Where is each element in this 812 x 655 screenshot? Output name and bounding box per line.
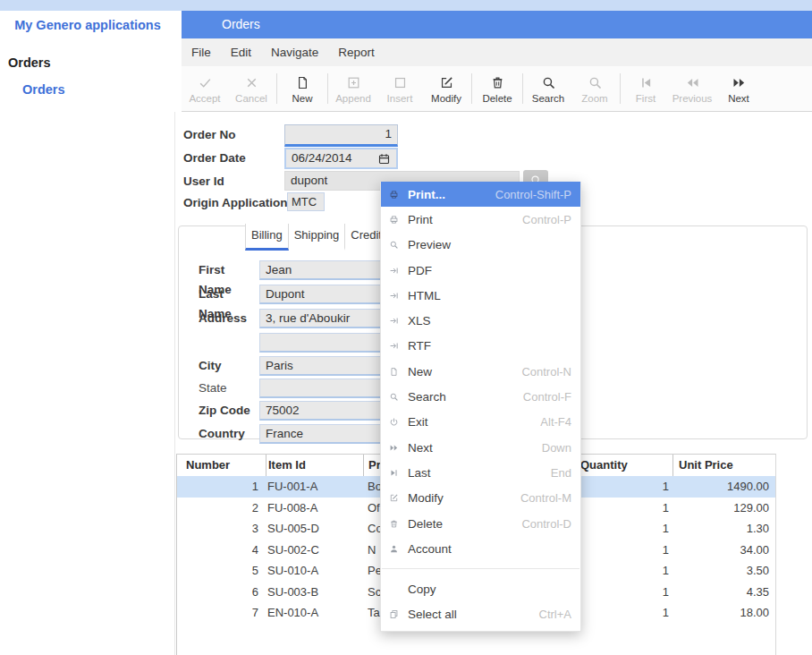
applications-panel-title: My Genero applications bbox=[0, 18, 175, 32]
context-menu-item-exit[interactable]: ExitAlt-F4 bbox=[381, 410, 580, 435]
new-page-icon bbox=[389, 367, 399, 377]
export-icon bbox=[389, 266, 399, 276]
cell-unit-price: 1.30 bbox=[672, 518, 775, 540]
menu-report[interactable]: Report bbox=[328, 38, 385, 66]
context-menu-item-xls[interactable]: XLS bbox=[381, 308, 580, 333]
column-header-unit-price[interactable]: Unit Price bbox=[672, 455, 775, 476]
order-date-field[interactable]: 06/24/2014 bbox=[284, 148, 398, 169]
cell-number: 2 bbox=[177, 498, 266, 519]
context-menu-item-search[interactable]: SearchControl-F bbox=[381, 384, 580, 409]
menu-edit[interactable]: Edit bbox=[221, 38, 261, 66]
context-menu-item-html[interactable]: HTML bbox=[381, 283, 580, 308]
cell-number: 3 bbox=[177, 518, 266, 540]
toolbar-button-label: Next bbox=[728, 93, 749, 104]
cell-unit-price: 129.00 bbox=[672, 498, 775, 519]
cell-item-id: SU-002-C bbox=[266, 540, 363, 561]
zoom-magnifier-icon bbox=[588, 75, 603, 90]
context-menu-item-print[interactable]: Print...Control-Shift-P bbox=[381, 182, 580, 207]
context-menu-item-shortcut: Control-Shift-P bbox=[495, 188, 571, 201]
modify-button[interactable]: Modify bbox=[423, 73, 469, 104]
context-menu-item-label: XLS bbox=[408, 314, 431, 328]
context-menu-item-label: RTF bbox=[408, 339, 431, 353]
context-menu-separator bbox=[382, 568, 579, 569]
context-menu-item-shortcut: End bbox=[551, 466, 571, 480]
context-menu-item-shortcut: Alt-F4 bbox=[540, 415, 571, 429]
context-menu-item-preview[interactable]: Preview bbox=[381, 233, 580, 258]
context-menu-icon-slot bbox=[389, 443, 402, 453]
context-menu-icon-slot bbox=[389, 544, 402, 554]
accept-check-icon bbox=[198, 75, 213, 90]
cell-number: 4 bbox=[177, 540, 266, 561]
origin-application-field[interactable]: MTC bbox=[287, 192, 325, 211]
context-menu-item-account[interactable]: Account bbox=[381, 536, 580, 561]
cell-quantity: 1 bbox=[572, 476, 672, 498]
toolbar-button-label: Zoom bbox=[581, 93, 607, 104]
context-menu-item-shortcut: Control-F bbox=[523, 390, 571, 404]
context-menu-item-pdf[interactable]: PDF bbox=[381, 258, 580, 283]
state-label: State bbox=[199, 379, 256, 398]
toolbar: AcceptCancelNewAppendInsertModifyDeleteS… bbox=[182, 66, 812, 112]
context-menu-item-label: Account bbox=[408, 542, 452, 556]
context-menu-item-label: Preview bbox=[408, 238, 451, 251]
column-header-quantity[interactable]: Quantity bbox=[572, 455, 672, 476]
context-menu-item-delete[interactable]: DeleteControl-D bbox=[381, 511, 580, 536]
context-menu-item-last[interactable]: LastEnd bbox=[381, 460, 580, 485]
context-menu-icon-slot bbox=[389, 367, 402, 377]
accept-button: Accept bbox=[182, 73, 228, 104]
tab-billing[interactable]: Billing bbox=[245, 224, 289, 251]
context-menu-item-modify[interactable]: ModifyControl-M bbox=[381, 486, 580, 511]
first-icon bbox=[639, 75, 654, 90]
search-button[interactable]: Search bbox=[525, 73, 571, 104]
calendar-icon[interactable] bbox=[377, 152, 391, 166]
context-menu-item-select-all[interactable]: Select allCtrl+A bbox=[381, 602, 580, 627]
cell-item-id: FU-008-A bbox=[266, 498, 363, 519]
context-menu-icon-slot bbox=[389, 493, 402, 503]
context-menu-item-new[interactable]: NewControl-N bbox=[381, 359, 580, 384]
order-date-label: Order Date bbox=[183, 148, 246, 168]
address-label: Address bbox=[199, 309, 256, 328]
account-person-icon bbox=[389, 544, 399, 554]
context-menu-item-next[interactable]: NextDown bbox=[381, 435, 580, 460]
cancel-button: Cancel bbox=[228, 73, 275, 104]
toolbar-button-label: Accept bbox=[189, 93, 220, 104]
order-date-value: 06/24/2014 bbox=[292, 149, 352, 167]
append-button: Append bbox=[330, 73, 376, 104]
context-menu-item-shortcut: Control-D bbox=[521, 517, 571, 531]
context-menu-item-copy[interactable]: Copy bbox=[381, 576, 580, 601]
context-menu-item-shortcut: Ctrl+A bbox=[539, 608, 571, 621]
menu-navigate[interactable]: Navigate bbox=[261, 38, 328, 66]
context-menu-item-print[interactable]: PrintControl-P bbox=[381, 207, 580, 232]
tab-shipping[interactable]: Shipping bbox=[289, 224, 346, 251]
cell-number: 1 bbox=[177, 476, 266, 498]
order-no-field[interactable]: 1 bbox=[284, 124, 398, 147]
country-label: Country bbox=[199, 424, 256, 444]
context-menu-item-label: New bbox=[408, 365, 432, 379]
cell-number: 6 bbox=[177, 582, 266, 603]
sidebar-group-orders: Orders bbox=[8, 55, 51, 70]
zoom-button: Zoom bbox=[571, 73, 618, 104]
window-titlebar: Orders bbox=[182, 11, 812, 38]
context-menu-item-label: Delete bbox=[408, 517, 443, 531]
column-header-number[interactable]: Number bbox=[177, 455, 266, 476]
context-menu-item-label: Search bbox=[408, 390, 446, 404]
modify-pencil-icon bbox=[389, 493, 399, 503]
next-button[interactable]: Next bbox=[715, 73, 762, 104]
context-menu-item-label: Modify bbox=[408, 491, 444, 505]
context-menu-item-label: Select all bbox=[408, 608, 457, 621]
delete-button[interactable]: Delete bbox=[474, 73, 520, 104]
search-magnifier-icon bbox=[389, 392, 399, 402]
menu-file[interactable]: File bbox=[182, 38, 221, 66]
context-menu-icon-slot bbox=[389, 609, 402, 619]
modify-pencil-icon bbox=[439, 75, 454, 90]
toolbar-button-label: New bbox=[292, 93, 312, 104]
toolbar-separator bbox=[620, 73, 621, 104]
context-menu-item-rtf[interactable]: RTF bbox=[381, 334, 580, 359]
toolbar-button-label: First bbox=[636, 93, 656, 104]
new-button[interactable]: New bbox=[279, 73, 326, 104]
column-header-item-id[interactable]: Item Id bbox=[266, 455, 363, 476]
toolbar-separator bbox=[327, 73, 328, 104]
sidebar-item-orders[interactable]: Orders bbox=[22, 82, 65, 97]
context-menu: Print...Control-Shift-PPrintControl-PPre… bbox=[380, 182, 581, 632]
cell-quantity: 1 bbox=[572, 540, 672, 561]
toolbar-button-label: Modify bbox=[431, 93, 461, 104]
